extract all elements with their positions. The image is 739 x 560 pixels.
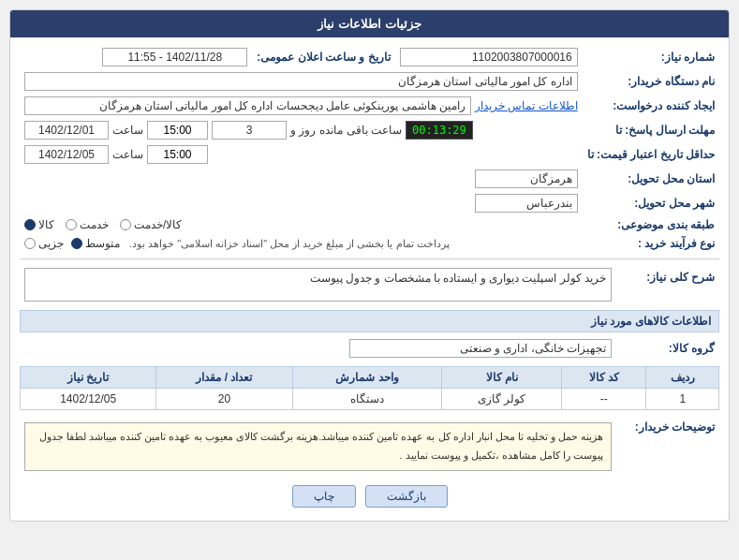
row-product-name: کولر گازی <box>442 389 562 410</box>
row-unit: دستگاه <box>292 389 442 410</box>
creator-label: ایجاد کننده درخواست: <box>583 94 719 118</box>
col-code: کد کالا <box>562 367 646 389</box>
reply-days-label: روز و <box>290 124 316 137</box>
contact-link[interactable]: اطلاعات تماس خریدار <box>475 99 578 112</box>
price-time: 15:00 <box>147 145 208 164</box>
buyer-notes-value: هزینه حمل و تخلیه تا محل انبار اداره کل … <box>24 422 612 471</box>
date-time-value: 1402/11/28 - 11:55 <box>102 48 247 66</box>
table-row: 1 -- کولر گازی دستگاه 20 1402/12/05 <box>21 389 719 410</box>
reply-remaining-label: ساعت باقی مانده <box>319 124 402 137</box>
price-deadline-label: حداقل تاریخ اعتبار قیمت: تا <box>583 142 719 167</box>
col-quantity: تعداد / مقدار <box>156 367 292 389</box>
buyer-org-value: اداره کل امور مالیاتی استان هرمزگان <box>24 72 578 91</box>
back-button[interactable]: بازگشت <box>365 485 448 508</box>
purchase-motavasset-label: متوسط <box>85 237 120 250</box>
purchase-type-option-motavasset[interactable]: متوسط <box>71 237 120 250</box>
product-group-value: تجهیزات خانگی، اداری و صنعتی <box>349 339 612 358</box>
category-khedmat-label: خدمت <box>80 218 109 231</box>
row-quantity: 20 <box>156 389 292 410</box>
purchase-motavasset-radio[interactable] <box>71 238 82 249</box>
print-button[interactable]: چاپ <box>292 485 356 508</box>
category-kala-label: کالا <box>38 218 54 231</box>
row-code: -- <box>562 389 646 410</box>
col-date: تاریخ نیاز <box>21 367 156 389</box>
products-info-header: اطلاعات کالاهای مورد نیاز <box>20 310 719 332</box>
category-kala-khedmat-label: کالا/خدمت <box>134 218 182 231</box>
purchase-jozi-radio[interactable] <box>24 238 36 249</box>
category-kala-radio[interactable] <box>24 219 36 230</box>
need-number-value: 1102003807000016 <box>400 48 578 66</box>
province-label: استان محل تحویل: <box>583 167 719 191</box>
col-unit: واحد شمارش <box>292 367 442 389</box>
purchase-note: پرداخت تمام یا بخشی از مبلغ خرید از محل … <box>129 238 450 250</box>
col-row: ردیف <box>646 367 719 389</box>
need-desc-label: شرح کلی نیاز: <box>616 265 719 304</box>
category-label: طبقه بندی موضوعی: <box>583 215 719 234</box>
category-option-kala-khedmat[interactable]: کالا/خدمت <box>120 218 182 231</box>
reply-deadline-label: مهلت ارسال پاسخ: تا <box>583 118 719 142</box>
reply-time: 15:00 <box>147 121 208 140</box>
col-name: نام کالا <box>442 367 562 389</box>
row-number: 1 <box>646 389 719 410</box>
price-date: 1402/12/05 <box>24 145 109 164</box>
category-option-khedmat[interactable]: خدمت <box>66 218 109 231</box>
city-value: بندرعباس <box>475 194 578 213</box>
products-table: ردیف کد کالا نام کالا واحد شمارش تعداد /… <box>20 366 719 410</box>
reply-days: 3 <box>212 121 287 140</box>
reply-timer: 00:13:29 <box>406 121 473 140</box>
need-number-label: شماره نیاز: <box>583 45 719 69</box>
reply-date: 1402/12/01 <box>24 121 109 140</box>
category-khedmat-radio[interactable] <box>66 219 77 230</box>
category-kala-khedmat-radio[interactable] <box>120 219 131 230</box>
purchase-type-option-jozi[interactable]: جزیی <box>24 237 64 250</box>
date-time-label: تاریخ و ساعت اعلان عمومی: <box>252 45 394 69</box>
creator-value: رامین هاشمی پورینکوئی عامل دیجحسات اداره… <box>24 96 471 115</box>
category-option-kala[interactable]: کالا <box>24 218 54 231</box>
page-title: جزئیات اطلاعات نیاز <box>10 10 729 37</box>
buyer-notes-label: توضیحات خریدار: <box>616 416 719 478</box>
row-date: 1402/12/05 <box>21 389 156 410</box>
city-label: شهر محل تحویل: <box>583 191 719 215</box>
province-value: هرمزگان <box>475 169 578 188</box>
purchase-jozi-label: جزیی <box>38 237 64 250</box>
product-group-label: گروه کالا: <box>616 336 719 361</box>
buyer-org-label: نام دستگاه خریدار: <box>583 69 719 94</box>
need-desc-value: خرید کولر اسپلیت دیواری و ایستاده با مشخ… <box>24 268 612 302</box>
purchase-type-label: نوع فرآیند خرید : <box>583 234 719 253</box>
